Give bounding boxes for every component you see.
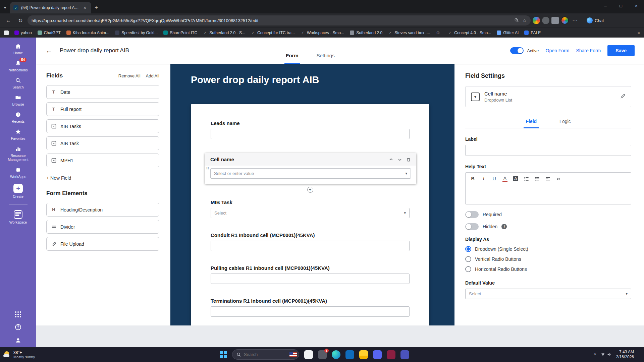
field-item-aib-task[interactable]: AIB Task	[46, 136, 159, 150]
share-form-link[interactable]: Share Form	[576, 48, 601, 53]
form-field-mib-task[interactable]: MIB Task Select	[211, 199, 410, 218]
underline-icon[interactable]	[492, 176, 497, 181]
sidebar-item-browse[interactable]: Browse	[0, 94, 36, 106]
new-field-link[interactable]: + New Field	[46, 175, 71, 181]
bookmark-item[interactable]: ChatGPT	[38, 31, 61, 35]
display-option-vertical-radio[interactable]: Vertical Radio Buttons	[465, 256, 631, 262]
close-icon[interactable]	[629, 0, 644, 11]
sidebar-item-workspace[interactable]: Workspace	[0, 210, 36, 224]
account-icon[interactable]	[15, 337, 21, 344]
bullet-list-icon[interactable]	[535, 176, 540, 181]
default-value-select[interactable]: Select	[465, 289, 631, 299]
ordered-list-icon[interactable]	[524, 176, 529, 181]
tray-status-icons[interactable]	[601, 352, 611, 357]
profile-avatar[interactable]	[561, 16, 569, 24]
tab-search-icon[interactable]	[0, 2, 10, 13]
bookmark-item[interactable]: Concept for ITC tra...	[251, 31, 295, 35]
element-item-heading[interactable]: H Heading/Description	[46, 203, 159, 217]
taskbar-app-icon-8[interactable]	[400, 350, 409, 359]
sidebar-item-notifications[interactable]: 54 Notifications	[0, 60, 36, 72]
align-left-icon[interactable]	[545, 176, 550, 181]
field-item-date[interactable]: T Date	[46, 85, 159, 99]
link-icon[interactable]	[556, 176, 561, 181]
field-item-mph1[interactable]: MPH1	[46, 154, 159, 167]
bold-icon[interactable]	[470, 176, 475, 181]
maximize-icon[interactable]	[613, 0, 629, 11]
field-item-xib-tasks[interactable]: XIB Tasks	[46, 119, 159, 133]
taskbar-clock[interactable]: 7:43 AM 2/16/2026	[616, 350, 634, 360]
bookmark-item[interactable]: Steves sand box -...	[388, 31, 430, 35]
conduit-input[interactable]	[211, 241, 410, 251]
new-tab-button[interactable]	[91, 2, 101, 13]
element-item-file-upload[interactable]: File Upload	[46, 237, 159, 251]
hidden-toggle[interactable]	[465, 223, 479, 230]
chat-button[interactable]: Chat	[583, 16, 607, 25]
label-input[interactable]	[465, 145, 631, 156]
form-field-conduit[interactable]: Conduit R1 Inbound cell (MCP0001)(45KVA)	[211, 232, 410, 251]
drag-handle-icon[interactable]	[206, 167, 209, 172]
italic-icon[interactable]	[481, 176, 486, 182]
address-bar[interactable]: https://app.smartsheet.com/sheets/qFR2pG…	[28, 15, 531, 25]
tab-logic[interactable]: Logic	[557, 115, 573, 128]
add-all-link[interactable]: Add All	[146, 73, 159, 78]
tab-close-icon[interactable]	[82, 5, 88, 10]
taskbar-app-icon-1[interactable]	[304, 350, 313, 359]
discord-icon[interactable]	[373, 350, 382, 359]
extension-icon-2[interactable]	[542, 17, 549, 24]
save-button[interactable]: Save	[607, 45, 635, 56]
bookmarks-apps-icon[interactable]	[4, 31, 9, 35]
highlight-icon[interactable]	[513, 176, 518, 181]
outlook-icon[interactable]	[345, 350, 354, 359]
display-option-dropdown-single[interactable]: Dropdown (Single Select)	[465, 246, 631, 252]
required-toggle[interactable]	[465, 211, 479, 218]
extension-icon-1[interactable]	[533, 17, 540, 24]
sidebar-item-home[interactable]: Home	[0, 43, 36, 55]
terminations-input[interactable]	[211, 306, 410, 317]
browser-back-icon[interactable]	[3, 15, 13, 25]
show-desktop-button[interactable]	[640, 347, 641, 362]
mib-task-dropdown[interactable]: Select	[211, 208, 410, 218]
back-button[interactable]	[46, 47, 52, 55]
tab-field[interactable]: Field	[524, 115, 539, 128]
form-field-cell-name-selected[interactable]: Cell name Select or enter value	[205, 153, 416, 184]
sidebar-item-workapps[interactable]: WorkApps	[0, 167, 36, 179]
move-up-icon[interactable]	[389, 157, 393, 162]
display-option-horizontal-radio[interactable]: Horizontal Radio Buttons	[465, 266, 631, 272]
trash-icon[interactable]	[406, 157, 411, 162]
bookmark-item[interactable]: Concept 4.0 - Sma...	[448, 31, 491, 35]
remove-all-link[interactable]: Remove All	[118, 73, 141, 78]
bookmarks-overflow-icon[interactable]	[638, 30, 640, 35]
browser-menu-icon[interactable]	[571, 17, 579, 24]
bookmark-item[interactable]: Sutherland 2.0	[350, 31, 382, 35]
edit-pencil-icon[interactable]	[620, 94, 626, 100]
help-icon[interactable]	[15, 324, 21, 330]
bookmark-item[interactable]: Sutherland 2.0 - S...	[203, 31, 245, 35]
form-field-pulling-cables[interactable]: Pulling cables R1 Inbound cell (MCP0001)…	[211, 265, 410, 284]
form-field-leads-name[interactable]: Leads name	[211, 120, 410, 139]
tab-form[interactable]: Form	[284, 53, 300, 64]
form-field-terminations[interactable]: Terminations R1 Inbound cell (MCP0001)(4…	[211, 298, 410, 317]
minimize-icon[interactable]	[598, 0, 613, 11]
zoom-icon[interactable]	[514, 18, 519, 23]
browser-tab[interactable]: (54) Power drop daily report AIB -	[10, 2, 91, 13]
bookmark-item[interactable]: Workspaces - Sma...	[301, 31, 344, 35]
bookmark-item[interactable]: yahoo	[14, 31, 32, 35]
taskbar-weather-widget[interactable]: 38°F Mostly sunny	[3, 350, 35, 359]
taskbar-app-icon-7[interactable]	[387, 350, 395, 359]
start-button[interactable]	[220, 351, 227, 358]
taskbar-search[interactable]	[232, 349, 299, 360]
bookmark-item[interactable]: Kiba Inuzuka Anim...	[66, 31, 109, 35]
app-launcher-icon[interactable]	[15, 311, 21, 317]
leads-name-input[interactable]	[211, 129, 410, 139]
bookmark-item[interactable]: Glitter AI	[497, 31, 519, 35]
help-text-input[interactable]	[465, 185, 631, 204]
element-item-divider[interactable]: Divider	[46, 220, 159, 234]
browser-refresh-icon[interactable]	[15, 15, 25, 25]
sidebar-item-search[interactable]: Search	[0, 77, 36, 89]
info-icon[interactable]	[501, 224, 507, 229]
extension-icon-3[interactable]	[551, 17, 559, 24]
tab-settings[interactable]: Settings	[315, 53, 336, 64]
file-explorer-icon[interactable]	[359, 350, 368, 359]
add-field-button[interactable]	[307, 187, 313, 193]
sidebar-item-favorites[interactable]: Favorites	[0, 128, 36, 140]
